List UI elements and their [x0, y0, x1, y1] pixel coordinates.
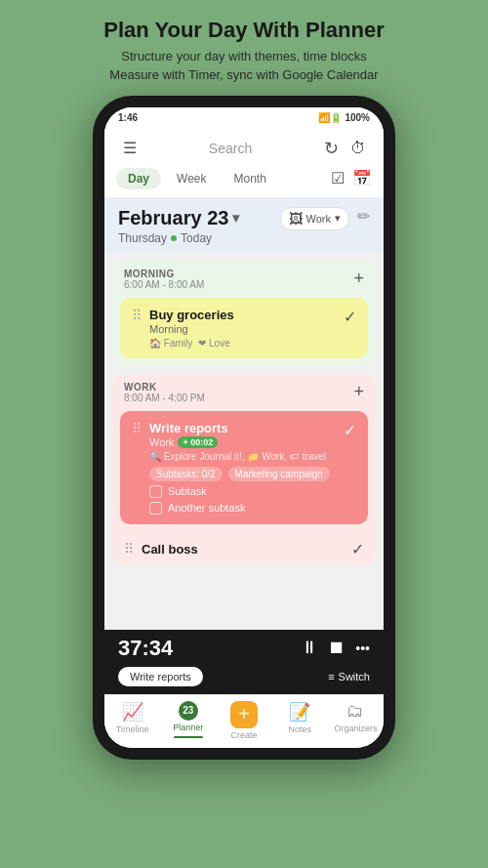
work-section: WORK 8:00 AM - 4:00 PM + ⠿ Write reports… [112, 374, 376, 564]
work-label: WORK [124, 382, 205, 393]
tab-month[interactable]: Month [222, 168, 277, 189]
task-context: Morning [149, 323, 336, 335]
tab-week[interactable]: Week [165, 168, 218, 189]
task-body: Buy groceries Morning 🏠 Family ❤ Love [149, 308, 336, 349]
battery-level: 100% [345, 112, 370, 123]
subtask1-label: Subtask [168, 485, 207, 497]
morning-section: MORNING 6:00 AM - 8:00 AM + ⠿ Buy grocer… [112, 261, 376, 366]
switch-icon: ≡ [328, 671, 334, 682]
timer-label-bar: Write reports ≡ Switch [104, 667, 384, 694]
timer-bar: 37:34 ⏸ ⏹ ••• [104, 630, 384, 667]
date-sub: Thursday Today [118, 231, 239, 245]
work-section-header: WORK 8:00 AM - 4:00 PM + [112, 374, 376, 407]
tabs-right: ☑ 📅 [331, 169, 372, 187]
phone-device: 1:46 📶🔋 100% ☰ Search ↻ ⏱ Day Week Month [93, 96, 395, 760]
tabs-left: Day Week Month [116, 168, 278, 189]
work-pills: Subtasks: 0/2 Marketing campaign [149, 467, 336, 481]
timer-task-pill[interactable]: Write reports [118, 667, 203, 686]
refresh-icon[interactable]: ↻ [317, 135, 345, 162]
work-task-tags: 🔍 Explore Journal it!, 📁 Work, 🏷 travel [149, 451, 336, 462]
timer-controls: ⏸ ⏹ ••• [301, 638, 370, 658]
menu-icon[interactable]: ☰ [116, 135, 143, 162]
calendar-icon[interactable]: 📅 [352, 169, 372, 187]
bottom-nav: 📈 Timeline 23 Planner + Create 📝 Notes 🗂… [104, 694, 384, 748]
view-tabs: Day Week Month ☑ 📅 [104, 168, 384, 197]
timer-more-button[interactable]: ••• [355, 641, 370, 656]
love-tag: ❤ Love [198, 338, 229, 349]
nav-planner[interactable]: 23 Planner [160, 701, 216, 740]
task-name: Buy groceries [149, 308, 336, 322]
date-header: February 23 ▾ Thursday Today 🖼 Work ▾ [104, 197, 384, 253]
nav-timeline[interactable]: 📈 Timeline [104, 701, 160, 740]
subtask1-checkbox[interactable] [149, 485, 162, 498]
campaign-pill: Marketing campaign [228, 467, 330, 481]
app-header: Plan Your Day With Planner Structure you… [84, 0, 404, 96]
work-task-context: Work + 00:02 [149, 436, 336, 448]
create-icon: + [230, 701, 258, 728]
notes-icon: 📝 [289, 701, 310, 723]
create-label: Create [231, 730, 258, 740]
morning-time: 6:00 AM - 8:00 AM [124, 279, 204, 290]
edit-icon[interactable]: ✏ [357, 207, 370, 226]
call-boss-name: Call boss [142, 542, 344, 557]
search-bar[interactable]: Search [153, 141, 307, 156]
timer-stop-button[interactable]: ⏹ [328, 638, 346, 658]
app-subtitle: Structure your day with themes, time blo… [103, 48, 385, 83]
date-dropdown-icon[interactable]: ▾ [232, 210, 239, 226]
timer-icon[interactable]: ⏱ [345, 135, 372, 162]
call-drag-icon: ⠿ [124, 541, 134, 557]
work-task-name: Write reports [149, 421, 336, 435]
work-label-block: WORK 8:00 AM - 4:00 PM [124, 382, 205, 403]
phone-screen: 1:46 📶🔋 100% ☰ Search ↻ ⏱ Day Week Month [104, 107, 384, 748]
subtask2-checkbox[interactable] [149, 502, 162, 515]
app-title: Plan Your Day With Planner [103, 18, 385, 43]
work-add-button[interactable]: + [353, 382, 364, 402]
work-dropdown-icon: ▾ [335, 212, 341, 225]
timeline-icon: 📈 [122, 701, 143, 723]
journal-tag: 🔍 Explore Journal it!, 📁 Work, 🏷 travel [149, 451, 326, 462]
timer-display: 37:34 [118, 636, 173, 661]
date-title: February 23 ▾ [118, 207, 239, 229]
write-reports-card: ⠿ Write reports Work + 00:02 🔍 Explore J… [120, 411, 368, 524]
task-check-icon[interactable]: ✓ [344, 308, 356, 326]
organizers-label: Organizers [334, 723, 377, 733]
tab-day[interactable]: Day [116, 168, 161, 189]
status-icons: 📶🔋 [318, 112, 342, 123]
morning-section-header: MORNING 6:00 AM - 8:00 AM + [112, 261, 376, 294]
morning-label-block: MORNING 6:00 AM - 8:00 AM [124, 269, 204, 290]
date-right: 🖼 Work ▾ ✏ [280, 207, 370, 230]
time-badge: + 00:02 [178, 436, 218, 448]
switch-button[interactable]: ≡ Switch [328, 671, 370, 682]
timeline-label: Timeline [116, 724, 149, 734]
nav-create[interactable]: + Create [216, 701, 271, 740]
buy-groceries-card: ⠿ Buy groceries Morning 🏠 Family ❤ Love … [120, 298, 368, 358]
work-time: 8:00 AM - 4:00 PM [124, 393, 205, 403]
nav-organizers[interactable]: 🗂 Organizers [328, 701, 384, 740]
subtask2-row: Another subtask [149, 502, 336, 515]
planner-active-indicator [174, 736, 203, 738]
today-dot [171, 235, 177, 241]
task-tags: 🏠 Family ❤ Love [149, 338, 336, 349]
work-drag-handle-icon: ⠿ [132, 421, 142, 436]
scroll-content: February 23 ▾ Thursday Today 🖼 Work ▾ [104, 197, 384, 630]
call-boss-row: ⠿ Call boss ✓ [112, 532, 376, 564]
checklist-icon[interactable]: ☑ [331, 169, 345, 187]
morning-label: MORNING [124, 269, 204, 279]
nav-notes[interactable]: 📝 Notes [272, 701, 328, 740]
organizers-icon: 🗂 [346, 701, 364, 722]
notes-label: Notes [288, 724, 311, 734]
timer-pause-button[interactable]: ⏸ [301, 638, 318, 658]
morning-add-button[interactable]: + [353, 269, 364, 289]
subtasks-pill: Subtasks: 0/2 [149, 467, 223, 481]
status-right: 📶🔋 100% [318, 112, 370, 123]
top-nav: ☰ Search ↻ ⏱ [104, 129, 384, 168]
planner-label: Planner [173, 723, 203, 732]
drag-handle-icon: ⠿ [132, 308, 142, 323]
status-bar: 1:46 📶🔋 100% [104, 107, 384, 129]
work-task-check-icon[interactable]: ✓ [344, 421, 356, 439]
subtask1-row: Subtask [149, 485, 336, 498]
work-task-body: Write reports Work + 00:02 🔍 Explore Jou… [149, 421, 336, 515]
work-tag[interactable]: 🖼 Work ▾ [280, 207, 349, 230]
planner-badge: 23 [179, 701, 198, 721]
call-check-icon[interactable]: ✓ [351, 540, 364, 558]
